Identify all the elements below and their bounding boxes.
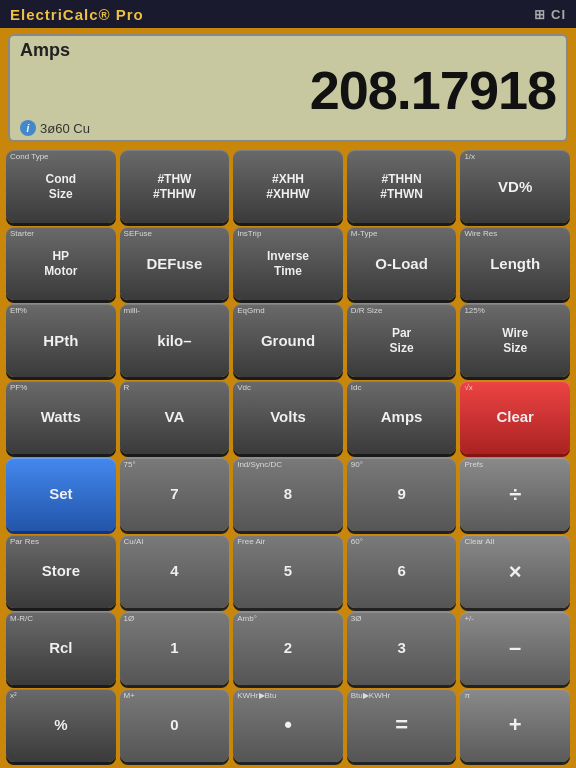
btn-rcl-sublabel: M-R/C (10, 615, 33, 623)
btn-kilo[interactable]: milli-kilo– (120, 304, 230, 377)
btn-minus-label: – (509, 636, 521, 660)
btn-9[interactable]: 90°9 (347, 458, 457, 531)
btn-va-label: VA (165, 409, 185, 426)
btn-wire-size-label: Wire Size (502, 326, 528, 355)
btn-equals-label: = (395, 713, 408, 737)
btn-plus-label: + (509, 713, 522, 737)
btn-o-load[interactable]: M-TypeO-Load (347, 227, 457, 300)
btn-store-label: Store (42, 563, 80, 580)
btn-clear[interactable]: √xClear (460, 381, 570, 454)
btn-3-label: 3 (397, 640, 405, 657)
button-row-3: PF%WattsRVAVdcVoltsIdcAmps√xClear (6, 381, 570, 454)
btn-par-size-sublabel: D/R Size (351, 307, 383, 315)
btn-0-sublabel: M+ (124, 692, 135, 700)
btn-hpth[interactable]: Eff%HPth (6, 304, 116, 377)
display-value: 208.17918 (20, 61, 556, 120)
btn-multiply-label: × (509, 560, 522, 584)
btn-kilo-label: kilo– (157, 333, 191, 350)
btn-kilo-sublabel: milli- (124, 307, 140, 315)
btn-volts[interactable]: VdcVolts (233, 381, 343, 454)
info-icon[interactable]: i (20, 120, 36, 136)
btn-vd-percent-sublabel: 1/x (464, 153, 475, 161)
btn-hpth-label: HPth (43, 333, 78, 350)
btn-va-sublabel: R (124, 384, 130, 392)
btn-4[interactable]: Cu/Al4 (120, 535, 230, 608)
btn-par-size[interactable]: D/R SizePar Size (347, 304, 457, 377)
btn-defuse[interactable]: SEFuseDEFuse (120, 227, 230, 300)
btn-store-sublabel: Par Res (10, 538, 39, 546)
btn-multiply-sublabel: Clear All (464, 538, 494, 546)
btn-store[interactable]: Par ResStore (6, 535, 116, 608)
btn-multiply[interactable]: Clear All× (460, 535, 570, 608)
button-row-1: StarterHP MotorSEFuseDEFuseInsTripInvers… (6, 227, 570, 300)
btn-thhn-thwn[interactable]: #THHN #THWN (347, 150, 457, 223)
btn-wire-size[interactable]: 125%Wire Size (460, 304, 570, 377)
app-header: ElectriCalc® Pro ⊞ CI (0, 0, 576, 28)
btn-7[interactable]: 75°7 (120, 458, 230, 531)
btn-2[interactable]: Amb°2 (233, 612, 343, 685)
btn-defuse-sublabel: SEFuse (124, 230, 152, 238)
btn-5[interactable]: Free Air5 (233, 535, 343, 608)
btn-equals-sublabel: Btu▶KWHr (351, 692, 390, 700)
btn-5-label: 5 (284, 563, 292, 580)
btn-inverse-time-sublabel: InsTrip (237, 230, 261, 238)
btn-6[interactable]: 60°6 (347, 535, 457, 608)
display-label: Amps (20, 40, 556, 61)
btn-thw-thhw-label: #THW #THHW (153, 172, 196, 201)
btn-percent-sublabel: x² (10, 692, 17, 700)
button-row-2: Eff%HPthmilli-kilo–EqGrndGroundD/R SizeP… (6, 304, 570, 377)
btn-5-sublabel: Free Air (237, 538, 265, 546)
btn-minus[interactable]: +/-– (460, 612, 570, 685)
btn-thhn-thwn-label: #THHN #THWN (380, 172, 423, 201)
btn-watts-label: Watts (41, 409, 81, 426)
btn-vd-percent[interactable]: 1/xVD% (460, 150, 570, 223)
btn-ground[interactable]: EqGrndGround (233, 304, 343, 377)
btn-decimal[interactable]: KWHr▶Btu• (233, 689, 343, 762)
btn-cond-size[interactable]: Cond TypeCond Size (6, 150, 116, 223)
btn-3-sublabel: 3Ø (351, 615, 362, 623)
app-logo: ⊞ CI (534, 7, 566, 22)
btn-percent-label: % (54, 717, 67, 734)
btn-amps[interactable]: IdcAmps (347, 381, 457, 454)
btn-thw-thhw[interactable]: #THW #THHW (120, 150, 230, 223)
btn-1[interactable]: 1Ø1 (120, 612, 230, 685)
btn-xhh-xhhw-label: #XHH #XHHW (266, 172, 309, 201)
btn-8-sublabel: Ind/Sync/DC (237, 461, 282, 469)
btn-watts[interactable]: PF%Watts (6, 381, 116, 454)
app-title: ElectriCalc® Pro (10, 6, 144, 23)
btn-amps-label: Amps (381, 409, 423, 426)
btn-percent[interactable]: x²% (6, 689, 116, 762)
btn-amps-sublabel: Idc (351, 384, 362, 392)
btn-divide[interactable]: Prefs÷ (460, 458, 570, 531)
btn-rcl[interactable]: M-R/CRcl (6, 612, 116, 685)
btn-plus[interactable]: π+ (460, 689, 570, 762)
btn-o-load-label: O-Load (375, 256, 428, 273)
btn-hp-motor-label: HP Motor (44, 249, 77, 278)
display-sub: i 3ø60 Cu (20, 120, 556, 136)
btn-inverse-time-label: Inverse Time (267, 249, 309, 278)
btn-set[interactable]: Set (6, 458, 116, 531)
btn-inverse-time[interactable]: InsTripInverse Time (233, 227, 343, 300)
btn-7-sublabel: 75° (124, 461, 136, 469)
btn-ground-sublabel: EqGrnd (237, 307, 265, 315)
btn-2-label: 2 (284, 640, 292, 657)
btn-volts-sublabel: Vdc (237, 384, 251, 392)
btn-rcl-label: Rcl (49, 640, 72, 657)
btn-7-label: 7 (170, 486, 178, 503)
display-panel: Amps 208.17918 i 3ø60 Cu (8, 34, 568, 142)
btn-defuse-label: DEFuse (146, 256, 202, 273)
btn-8[interactable]: Ind/Sync/DC8 (233, 458, 343, 531)
btn-3[interactable]: 3Ø3 (347, 612, 457, 685)
btn-clear-label: Clear (496, 409, 534, 426)
btn-xhh-xhhw[interactable]: #XHH #XHHW (233, 150, 343, 223)
btn-0[interactable]: M+0 (120, 689, 230, 762)
btn-cond-size-label: Cond Size (45, 172, 76, 201)
btn-va[interactable]: RVA (120, 381, 230, 454)
btn-6-label: 6 (397, 563, 405, 580)
btn-cond-size-sublabel: Cond Type (10, 153, 49, 161)
button-row-4: Set75°7Ind/Sync/DC890°9Prefs÷ (6, 458, 570, 531)
btn-length[interactable]: Wire ResLength (460, 227, 570, 300)
btn-equals[interactable]: Btu▶KWHr= (347, 689, 457, 762)
btn-set-label: Set (49, 486, 72, 503)
btn-hp-motor[interactable]: StarterHP Motor (6, 227, 116, 300)
